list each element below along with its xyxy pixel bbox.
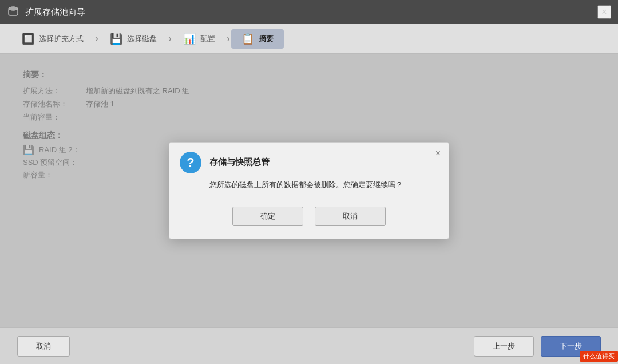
dialog-close-button[interactable]: × [435,148,441,159]
dialog-overlay: ? 存储与快照总管 × 您所选的磁盘上所有的数据都会被删除。您确定要继续吗？ 确… [0,54,618,327]
dialog-confirm-button[interactable]: 确定 [232,207,303,226]
step-sep-2: › [168,33,172,45]
main-content: 摘要： 扩展方法： 增加新的磁盘到既有之 RAID 组 存储池名称： 存储池 1… [0,54,618,327]
window-close-button[interactable]: × [597,5,611,19]
dialog-header: ? 存储与快照总管 × [169,143,449,179]
step-select-disk-label: 选择磁盘 [127,34,157,44]
step-configure-label: 配置 [200,34,215,44]
storage-icon [7,6,19,18]
step-configure[interactable]: 📊 配置 [173,29,225,49]
title-bar: 扩展存储池向导 × [0,0,618,24]
step-summary[interactable]: 📋 摘要 [231,29,284,49]
step-sep-3: › [227,33,230,45]
dialog-message: 您所选的磁盘上所有的数据都会被删除。您确定要继续吗？ [169,179,449,201]
step-select-disk-icon: 💾 [110,33,122,45]
dialog-cancel-button[interactable]: 取消 [315,207,386,226]
dialog-question-icon: ? [180,152,201,173]
step-summary-icon: 📋 [241,33,254,45]
step-select-disk[interactable]: 💾 选择磁盘 [100,29,167,49]
cancel-button[interactable]: 取消 [17,336,70,357]
step-configure-icon: 📊 [183,33,196,45]
confirm-dialog: ? 存储与快照总管 × 您所选的磁盘上所有的数据都会被删除。您确定要继续吗？ 确… [169,142,449,240]
step-sep-1: › [95,33,98,45]
window-title: 扩展存储池向导 [25,7,597,18]
prev-button[interactable]: 上一步 [474,336,534,357]
steps-bar: 🔲 选择扩充方式 › 💾 选择磁盘 › 📊 配置 › 📋 摘要 [0,24,618,54]
step-select-method[interactable]: 🔲 选择扩充方式 [11,29,94,49]
step-select-method-icon: 🔲 [22,33,34,45]
step-select-method-label: 选择扩充方式 [39,34,84,44]
main-window: 扩展存储池向导 × 🔲 选择扩充方式 › 💾 选择磁盘 › 📊 配置 › 📋 摘… [0,0,618,364]
footer-left: 取消 [17,336,474,357]
dialog-title: 存储与快照总管 [209,157,270,168]
watermark-badge: 什么值得买 [580,351,618,362]
dialog-footer: 确定 取消 [169,201,449,239]
footer: 取消 上一步 下一步 [0,327,618,364]
step-summary-label: 摘要 [259,34,274,44]
